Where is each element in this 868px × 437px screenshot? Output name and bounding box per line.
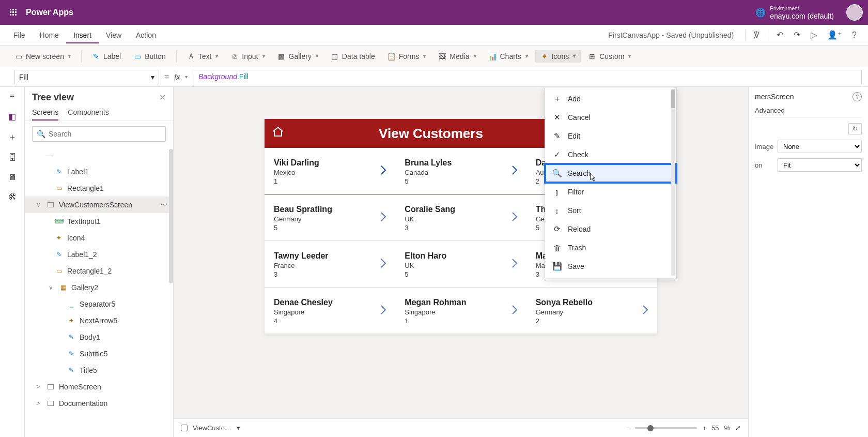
gallery-card[interactable]: Tawny Leeder France 3 bbox=[265, 241, 395, 288]
ribbon-icons[interactable]: ✦ Icons▾ bbox=[535, 50, 581, 63]
next-arrow-icon[interactable] bbox=[511, 305, 518, 318]
next-arrow-icon[interactable] bbox=[511, 258, 518, 271]
fit-to-screen-icon[interactable]: ⤢ bbox=[735, 424, 741, 432]
tree-search-input[interactable] bbox=[49, 130, 161, 138]
tree-node[interactable]: ∨▦Gallery2 bbox=[25, 279, 173, 296]
gallery-card[interactable]: Sonya Rebello Germany 2 bbox=[526, 288, 657, 334]
tab-screens[interactable]: Screens bbox=[32, 108, 58, 120]
gallery-card[interactable]: Megan Rohman Singapore 1 bbox=[395, 288, 526, 334]
avatar[interactable] bbox=[846, 4, 863, 21]
chevron-down-icon[interactable]: ▾ bbox=[185, 74, 188, 80]
tree-node[interactable]: ✦NextArrow5 bbox=[25, 312, 173, 329]
environment-picker[interactable]: Environment enayu.com (default) bbox=[770, 5, 834, 20]
insert-icon[interactable]: ＋ bbox=[8, 132, 17, 143]
tab-components[interactable]: Components bbox=[68, 108, 109, 120]
tree-node[interactable]: >Documentation bbox=[25, 395, 173, 412]
expand-toggle-icon[interactable]: ∨ bbox=[34, 201, 42, 208]
breadcrumb[interactable]: ViewCusto… bbox=[193, 424, 231, 432]
prop-tab-advanced[interactable]: Advanced bbox=[755, 107, 785, 117]
next-arrow-icon[interactable] bbox=[380, 212, 387, 224]
info-icon[interactable]: ? bbox=[853, 92, 862, 101]
tree-node[interactable]: ✎Label1_2 bbox=[25, 246, 173, 263]
iconmenu-item-cancel[interactable]: ✕Cancel bbox=[545, 108, 676, 127]
ribbon-button[interactable]: ▭ Button bbox=[128, 50, 171, 63]
iconmenu-item-search[interactable]: 🔍Search bbox=[545, 164, 676, 183]
iconmenu-item-trash[interactable]: 🗑Trash bbox=[545, 238, 676, 257]
menu-action[interactable]: Action bbox=[129, 27, 163, 43]
more-icon[interactable]: ⋯ bbox=[160, 201, 168, 209]
ribbon-label[interactable]: ✎ Label bbox=[87, 50, 126, 63]
menu-home[interactable]: Home bbox=[33, 27, 66, 43]
iconmenu-item-filter[interactable]: ⫿Filter bbox=[545, 183, 676, 201]
gallery-card[interactable]: Viki Darling Mexico 1 bbox=[265, 148, 395, 194]
advanced-tools-icon[interactable]: 🛠 bbox=[8, 192, 17, 202]
iconmenu-item-edit[interactable]: ✎Edit bbox=[545, 127, 676, 145]
prop-position-select[interactable]: Fit bbox=[778, 158, 862, 172]
next-arrow-icon[interactable] bbox=[380, 258, 387, 271]
fx-icon[interactable]: fx bbox=[174, 73, 180, 81]
gallery-card[interactable]: Elton Haro UK 5 bbox=[395, 241, 526, 288]
ribbon-gallery[interactable]: ▦ Gallery▾ bbox=[272, 50, 323, 63]
iconmenu-item-sort[interactable]: ↕Sort bbox=[545, 201, 676, 220]
tree-node[interactable]: ⎯Separator5 bbox=[25, 296, 173, 312]
hamburger-icon[interactable]: ≡ bbox=[10, 92, 14, 101]
gallery-card[interactable]: Coralie Sang UK 3 bbox=[395, 194, 526, 241]
expand-toggle-icon[interactable]: ∨ bbox=[47, 284, 55, 291]
ribbon-forms[interactable]: 📋 Forms▾ bbox=[382, 50, 431, 63]
media-pane-icon[interactable]: 🖥 bbox=[8, 173, 17, 182]
ribbon-input[interactable]: ⎚ Input▾ bbox=[225, 50, 270, 63]
ribbon-charts[interactable]: 📊 Charts▾ bbox=[484, 50, 533, 63]
tree-node[interactable]: ✎Subtitle5 bbox=[25, 345, 173, 362]
redo-icon[interactable]: ↷ bbox=[788, 27, 805, 43]
next-arrow-icon[interactable] bbox=[511, 165, 518, 178]
expand-toggle-icon[interactable]: > bbox=[34, 400, 42, 407]
share-icon[interactable]: 👤⁺ bbox=[822, 27, 847, 43]
home-icon[interactable] bbox=[272, 126, 284, 141]
menu-view[interactable]: View bbox=[99, 27, 129, 43]
next-arrow-icon[interactable] bbox=[642, 305, 649, 318]
chevron-down-icon[interactable]: ▾ bbox=[237, 424, 240, 432]
tree-node[interactable]: ✦Icon4 bbox=[25, 230, 173, 246]
gallery-card[interactable]: Denae Chesley Singapore 4 bbox=[265, 288, 395, 334]
tree-node[interactable]: ✎Label1 bbox=[25, 163, 173, 180]
zoom-out-icon[interactable]: − bbox=[626, 424, 630, 432]
tree-view-icon[interactable]: ◧ bbox=[8, 112, 16, 122]
ribbon-media[interactable]: 🖼 Media▾ bbox=[433, 50, 481, 63]
tree-node[interactable]: >HomeScreen bbox=[25, 379, 173, 395]
iconmenu-item-save[interactable]: 💾Save bbox=[545, 257, 676, 276]
prop-image-select[interactable]: None bbox=[778, 140, 862, 153]
zoom-in-icon[interactable]: + bbox=[702, 424, 706, 432]
help-icon[interactable]: ? bbox=[847, 27, 862, 43]
next-arrow-icon[interactable] bbox=[380, 305, 387, 318]
property-selector[interactable]: Fill ▾ bbox=[14, 70, 159, 84]
ribbon-text[interactable]: Ａ Text▾ bbox=[182, 50, 224, 63]
ribbon-new-screen[interactable]: ▭ New screen▾ bbox=[9, 50, 76, 63]
iconmenu-item-check[interactable]: ✓Check bbox=[545, 145, 676, 164]
tree-node[interactable]: ▭Rectangle1 bbox=[25, 180, 173, 197]
refresh-icon[interactable]: ↻ bbox=[848, 123, 862, 134]
expand-toggle-icon[interactable]: > bbox=[34, 383, 42, 390]
close-icon[interactable]: ✕ bbox=[159, 93, 166, 102]
ribbon-custom[interactable]: ⊞ Custom▾ bbox=[583, 50, 636, 63]
dropdown-scrollbar[interactable] bbox=[671, 89, 675, 276]
data-icon[interactable]: 🗄 bbox=[8, 153, 17, 162]
waffle-icon[interactable] bbox=[5, 8, 22, 17]
iconmenu-item-add[interactable]: ＋Add bbox=[545, 89, 676, 108]
tree-node[interactable]: ✎Body1 bbox=[25, 329, 173, 345]
iconmenu-item-reload[interactable]: ⟳Reload bbox=[545, 220, 676, 238]
tree-node[interactable]: ✎Title5 bbox=[25, 362, 173, 379]
next-arrow-icon[interactable] bbox=[380, 165, 387, 178]
zoom-slider[interactable] bbox=[635, 427, 697, 429]
menu-file[interactable]: File bbox=[6, 27, 33, 43]
gallery-card[interactable]: Bruna Lyles Canada 5 bbox=[395, 148, 526, 194]
scrollbar[interactable] bbox=[169, 149, 173, 283]
tree-search[interactable]: 🔍 bbox=[32, 126, 166, 142]
formula-input[interactable]: Background.Fill bbox=[193, 70, 862, 84]
tree-node[interactable]: ▭Rectangle1_2 bbox=[25, 263, 173, 279]
next-arrow-icon[interactable] bbox=[511, 212, 518, 224]
play-icon[interactable]: ▷ bbox=[805, 27, 822, 43]
tree-node[interactable]: ⌨TextInput1 bbox=[25, 213, 173, 230]
menu-insert[interactable]: Insert bbox=[66, 27, 99, 43]
canvas-viewport[interactable]: View Customers Viki Darling Mexico 1 Bru… bbox=[174, 87, 748, 418]
tree-node[interactable]: ∨ViewCustomersScreen⋯ bbox=[25, 197, 173, 213]
